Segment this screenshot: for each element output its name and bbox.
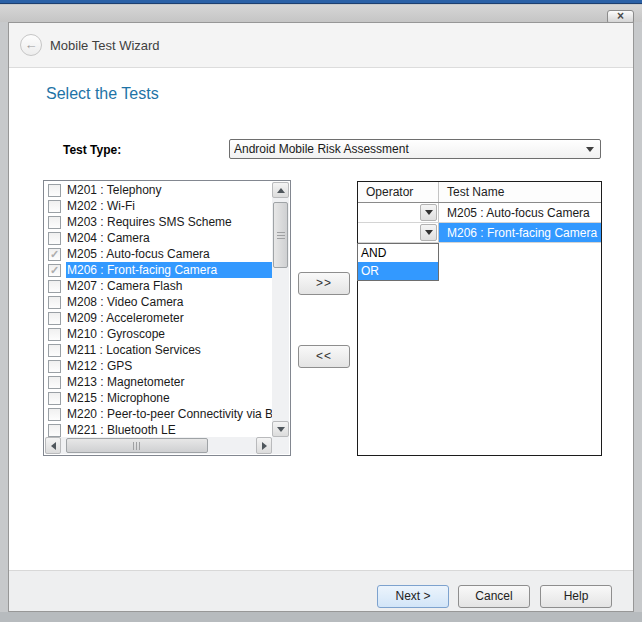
checkbox-checked-icon[interactable]: ✓ [48, 248, 61, 261]
chevron-down-icon [425, 210, 433, 215]
checkbox-icon[interactable] [48, 200, 61, 213]
test-list-item-label: M220 : Peer-to-peer Connectivity via Blu… [66, 406, 272, 422]
scroll-right-button[interactable] [256, 437, 272, 454]
checkbox-icon[interactable] [48, 424, 61, 437]
table-row[interactable]: M206 : Front-facing Camera [358, 223, 601, 243]
test-list-item-label: M210 : Gyroscope [66, 326, 272, 342]
test-name-cell: M205 : Auto-focus Camera [439, 203, 601, 222]
test-list-item-label: M202 : Wi-Fi [66, 198, 272, 214]
test-list-item[interactable]: M208 : Video Camera [45, 294, 272, 310]
checkbox-icon[interactable] [48, 344, 61, 357]
test-list-item-label: M203 : Requires SMS Scheme [66, 214, 272, 230]
test-name-cell: M206 : Front-facing Camera [439, 223, 601, 242]
operator-dropdown-list: ANDOR [357, 243, 439, 281]
checkbox-icon[interactable] [48, 328, 61, 341]
test-list-item[interactable]: M213 : Magnetometer [45, 374, 272, 390]
test-list-item[interactable]: M209 : Accelerometer [45, 310, 272, 326]
available-tests-items: M201 : TelephonyM202 : Wi-FiM203 : Requi… [45, 182, 272, 437]
test-list-item[interactable]: M211 : Location Services [45, 342, 272, 358]
scroll-up-icon [277, 188, 285, 193]
checkbox-icon[interactable] [48, 360, 61, 373]
test-type-label: Test Type: [63, 143, 121, 157]
window-top-edge [0, 0, 642, 4]
page-title: Select the Tests [46, 85, 159, 103]
test-list-item-label: M201 : Telephony [66, 182, 272, 198]
horizontal-scrollbar[interactable] [45, 437, 272, 454]
test-type-dropdown[interactable]: Android Mobile Risk Assessment [229, 139, 601, 159]
back-button[interactable]: ← [20, 34, 42, 56]
remove-tests-button[interactable]: << [298, 345, 350, 368]
test-list-item[interactable]: M220 : Peer-to-peer Connectivity via Blu… [45, 406, 272, 422]
cancel-button[interactable]: Cancel [458, 585, 530, 608]
checkbox-icon[interactable] [48, 408, 61, 421]
checkbox-icon[interactable] [48, 184, 61, 197]
test-list-item-label: M213 : Magnetometer [66, 374, 272, 390]
test-list-item[interactable]: M210 : Gyroscope [45, 326, 272, 342]
operator-cell[interactable] [358, 223, 439, 242]
checkbox-icon[interactable] [48, 392, 61, 405]
checkbox-icon[interactable] [48, 216, 61, 229]
test-list-item[interactable]: M212 : GPS [45, 358, 272, 374]
test-list-item-label: M211 : Location Services [66, 342, 272, 358]
test-list-item[interactable]: M204 : Camera [45, 230, 272, 246]
test-list-item-label: M212 : GPS [66, 358, 272, 374]
scroll-left-button[interactable] [45, 437, 61, 454]
test-list-item-label: M209 : Accelerometer [66, 310, 272, 326]
checkbox-icon[interactable] [48, 232, 61, 245]
test-type-selected-value: Android Mobile Risk Assessment [234, 140, 574, 158]
operator-cell[interactable] [358, 203, 439, 222]
scroll-left-icon [51, 442, 56, 450]
next-button[interactable]: Next > [377, 585, 449, 608]
test-list-item[interactable]: ✓M205 : Auto-focus Camera [45, 246, 272, 262]
test-list-item[interactable]: M203 : Requires SMS Scheme [45, 214, 272, 230]
test-list-item[interactable]: M207 : Camera Flash [45, 278, 272, 294]
checkbox-checked-icon[interactable]: ✓ [48, 264, 61, 277]
operator-option[interactable]: OR [358, 262, 438, 280]
column-header-test-name: Test Name [439, 182, 601, 202]
selected-tests-table: Operator Test Name M205 : Auto-focus Cam… [357, 181, 602, 456]
test-list-item-label: M215 : Microphone [66, 390, 272, 406]
test-list-item-label: M207 : Camera Flash [66, 278, 272, 294]
operator-dropdown-button[interactable] [420, 204, 437, 221]
dialog-footer: Next > Cancel Help [9, 570, 633, 611]
vertical-scrollbar-thumb[interactable] [273, 202, 288, 268]
wizard-header: ← Mobile Test Wizard [9, 23, 633, 68]
add-tests-button[interactable]: >> [298, 272, 350, 295]
test-list-item-label: M221 : Bluetooth LE [66, 422, 272, 437]
application-window: × ← Mobile Test Wizard Select the Tests … [0, 0, 642, 622]
test-list-item-label: M208 : Video Camera [66, 294, 272, 310]
test-list-item[interactable]: M202 : Wi-Fi [45, 198, 272, 214]
checkbox-icon[interactable] [48, 376, 61, 389]
scroll-down-button[interactable] [272, 421, 289, 437]
test-list-item[interactable]: M201 : Telephony [45, 182, 272, 198]
checkbox-icon[interactable] [48, 280, 61, 293]
scroll-right-icon [262, 442, 267, 450]
close-icon: × [617, 9, 624, 23]
test-list-item[interactable]: M221 : Bluetooth LE [45, 422, 272, 437]
checkbox-icon[interactable] [48, 296, 61, 309]
column-header-operator: Operator [358, 182, 439, 202]
test-list-item[interactable]: ✓M206 : Front-facing Camera [45, 262, 272, 278]
window-titlebar[interactable]: × [0, 5, 642, 22]
operator-dropdown-button[interactable] [420, 224, 437, 241]
window-bottom-edge [0, 612, 642, 622]
table-row[interactable]: M205 : Auto-focus Camera [358, 203, 601, 223]
available-tests-list: M201 : TelephonyM202 : Wi-FiM203 : Requi… [43, 180, 291, 456]
help-button[interactable]: Help [540, 585, 612, 608]
table-body: M205 : Auto-focus CameraM206 : Front-fac… [358, 203, 601, 243]
test-list-item-label: M206 : Front-facing Camera [66, 262, 272, 278]
table-header-row: Operator Test Name [358, 182, 601, 203]
test-list-item[interactable]: M215 : Microphone [45, 390, 272, 406]
operator-option[interactable]: AND [358, 244, 438, 262]
scroll-up-button[interactable] [272, 182, 289, 198]
vertical-scrollbar[interactable] [272, 182, 289, 437]
wizard-title: Mobile Test Wizard [50, 23, 160, 68]
mobile-test-wizard-dialog: ← Mobile Test Wizard Select the Tests Te… [8, 22, 634, 612]
back-arrow-icon: ← [25, 37, 38, 52]
horizontal-scrollbar-thumb[interactable] [66, 438, 208, 453]
checkbox-icon[interactable] [48, 312, 61, 325]
test-list-item-label: M205 : Auto-focus Camera [66, 246, 272, 262]
scrollbar-corner [272, 437, 289, 454]
scroll-down-icon [277, 427, 285, 432]
chevron-down-icon [586, 147, 594, 152]
